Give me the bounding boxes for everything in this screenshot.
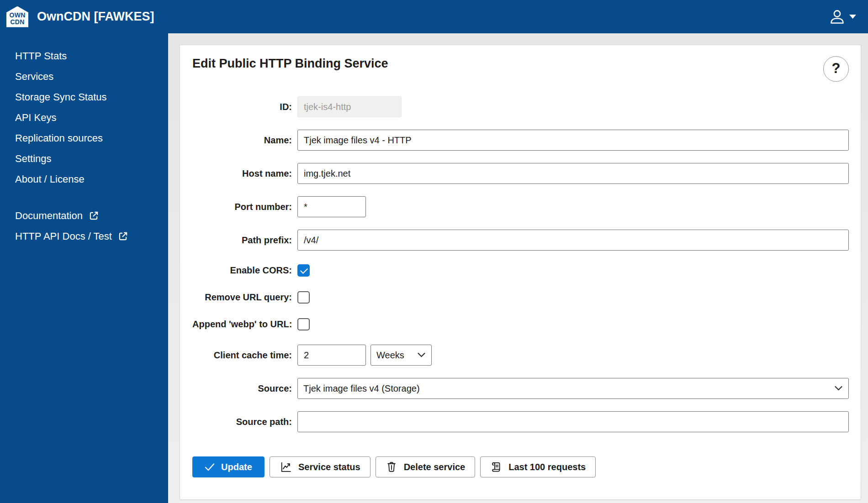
app-title: OwnCDN [FAWKES]: [37, 10, 154, 24]
source-select-wrap: Tjek image files v4 (Storage): [297, 378, 849, 399]
sidebar-item-label: HTTP Stats: [15, 50, 67, 62]
sidebar-item-label: Storage Sync Status: [15, 91, 107, 103]
sidebar-item-label: Services: [15, 71, 53, 83]
append-webp-checkbox[interactable]: [297, 318, 310, 330]
append-webp-label: Append 'webp' to URL:: [192, 319, 292, 330]
enable-cors-checkbox[interactable]: [297, 264, 310, 277]
client-cache-time-label: Client cache time:: [192, 350, 292, 361]
form-row-host-name: Host name:: [192, 163, 849, 184]
sidebar-link-label: HTTP API Docs / Test: [15, 231, 112, 242]
id-label: ID:: [192, 102, 292, 112]
name-label: Name:: [192, 135, 292, 146]
cache-unit-select[interactable]: Weeks: [370, 345, 432, 366]
form-row-remove-url-query: Remove URL query:: [192, 291, 849, 304]
sidebar-item-label: API Keys: [15, 112, 56, 124]
host-name-label: Host name:: [192, 168, 292, 179]
last-requests-button-label: Last 100 requests: [508, 462, 586, 472]
user-menu-button[interactable]: [829, 9, 856, 25]
id-field: [297, 96, 402, 117]
host-name-field[interactable]: [297, 163, 849, 184]
owncdn-logo-icon: OWN CDN: [6, 6, 28, 27]
caret-down-icon: [849, 15, 856, 19]
cache-unit-select-wrap: Weeks: [370, 345, 432, 366]
delete-service-button-label: Delete service: [404, 462, 466, 472]
remove-url-query-checkbox[interactable]: [297, 291, 310, 304]
logo-line1: OWN: [9, 12, 25, 19]
service-status-button-label: Service status: [298, 462, 360, 472]
path-prefix-field[interactable]: [297, 230, 849, 251]
sidebar-item-label: Replication sources: [15, 132, 103, 144]
update-button[interactable]: Update: [192, 456, 265, 477]
sidebar-spacer: [0, 189, 168, 205]
source-path-field[interactable]: [297, 411, 849, 432]
help-button[interactable]: ?: [823, 56, 849, 82]
form-row-client-cache-time: Client cache time: Weeks: [192, 345, 849, 366]
request-log-icon: [490, 461, 502, 473]
form-row-id: ID:: [192, 96, 849, 117]
port-number-field[interactable]: [297, 196, 366, 217]
sidebar: HTTP Stats Services Storage Sync Status …: [0, 33, 168, 503]
sidebar-item-about-license[interactable]: About / License: [0, 169, 168, 189]
sidebar-item-settings[interactable]: Settings: [0, 148, 168, 169]
action-buttons: Update Service status: [192, 456, 849, 477]
form-row-port-number: Port number:: [192, 196, 849, 217]
sidebar-link-documentation[interactable]: Documentation: [0, 205, 168, 226]
client-cache-time-field[interactable]: [297, 345, 366, 366]
sidebar-link-label: Documentation: [15, 210, 83, 222]
service-status-button[interactable]: Service status: [270, 456, 370, 477]
page-title: Edit Public HTTP Binding Service: [192, 55, 849, 72]
source-label: Source:: [192, 383, 292, 394]
form-row-source: Source: Tjek image files v4 (Storage): [192, 378, 849, 399]
trash-icon: [386, 461, 397, 473]
form-row-append-webp: Append 'webp' to URL:: [192, 318, 849, 330]
chart-icon: [280, 461, 292, 473]
sidebar-item-label: Settings: [15, 153, 52, 165]
sidebar-item-api-keys[interactable]: API Keys: [0, 107, 168, 128]
last-requests-button[interactable]: Last 100 requests: [480, 456, 596, 477]
sidebar-item-label: About / License: [15, 173, 85, 185]
delete-service-button[interactable]: Delete service: [376, 456, 476, 477]
remove-url-query-label: Remove URL query:: [192, 292, 292, 303]
form-row-name: Name:: [192, 130, 849, 151]
user-icon: [829, 9, 846, 25]
topbar: OWN CDN OwnCDN [FAWKES]: [0, 0, 868, 33]
check-icon: [205, 463, 215, 471]
sidebar-item-http-stats[interactable]: HTTP Stats: [0, 46, 168, 66]
main-content: Edit Public HTTP Binding Service ? ID: N…: [168, 33, 868, 503]
name-field[interactable]: [297, 130, 849, 151]
form-row-enable-cors: Enable CORS:: [192, 264, 849, 277]
external-link-icon: [117, 231, 128, 242]
binding-service-form: ID: Name: Host name: Port number: Path p: [192, 96, 849, 432]
sidebar-item-replication-sources[interactable]: Replication sources: [0, 128, 168, 148]
logo-line2: CDN: [10, 19, 24, 26]
update-button-label: Update: [221, 462, 252, 472]
layout: HTTP Stats Services Storage Sync Status …: [0, 33, 868, 503]
form-row-path-prefix: Path prefix:: [192, 230, 849, 251]
path-prefix-label: Path prefix:: [192, 235, 292, 246]
source-select[interactable]: Tjek image files v4 (Storage): [297, 378, 849, 399]
sidebar-item-services[interactable]: Services: [0, 66, 168, 87]
question-mark-icon: ?: [832, 60, 841, 77]
sidebar-item-storage-sync-status[interactable]: Storage Sync Status: [0, 87, 168, 107]
form-row-source-path: Source path:: [192, 411, 849, 432]
port-number-label: Port number:: [192, 202, 292, 212]
sidebar-link-http-api-docs[interactable]: HTTP API Docs / Test: [0, 226, 168, 246]
edit-service-card: Edit Public HTTP Binding Service ? ID: N…: [180, 45, 861, 500]
source-path-label: Source path:: [192, 417, 292, 427]
brand: OWN CDN OwnCDN [FAWKES]: [6, 6, 154, 27]
enable-cors-label: Enable CORS:: [192, 265, 292, 276]
external-link-icon: [88, 210, 99, 221]
